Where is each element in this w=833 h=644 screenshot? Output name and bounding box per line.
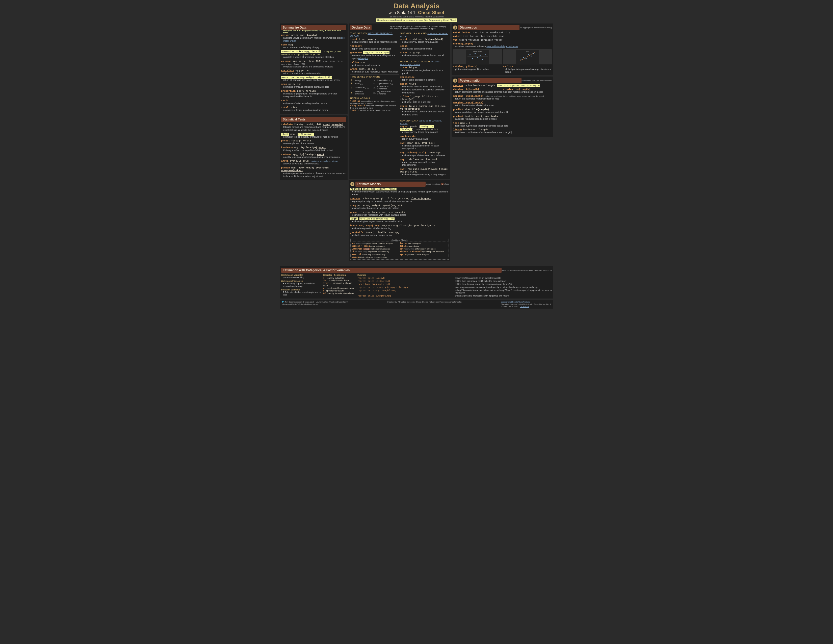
- cmd-display-se: display _se[length]: [503, 88, 552, 91]
- cmd-predict-sample: predict what if e(sample) create predict…: [453, 108, 552, 114]
- survival-header: Survival Analysis webuse drugtr, clear: [400, 32, 449, 37]
- postestimation-note: commands that use a fitted model: [521, 80, 552, 82]
- cmd-rreg: rreg price mpg weight, genwt(reg_wt) est…: [351, 204, 449, 210]
- cmd-probit: probit foreign turn price, vce(robust) e…: [351, 211, 449, 217]
- cmd-lincom: lincom headroom - length test linear com…: [453, 128, 552, 134]
- summarize-section: Summarize Data Examples use auto.dta (sy…: [280, 24, 347, 114]
- statistical-tests-section: Statistical Tests tabulate foreign rep78…: [280, 116, 347, 180]
- examples-col: Example regress price i.rep78 specify re…: [357, 274, 552, 297]
- cmd-stem: stem mpg return stem-and-leaf display of…: [281, 43, 346, 49]
- diagnostics-header: Diagnostics: [458, 25, 519, 30]
- cmd-dfbeta: dfbeta(length) calculate measure of infl…: [453, 42, 552, 48]
- svg-point-13: [523, 57, 524, 58]
- declare-data-header: Declare Data: [351, 25, 372, 30]
- postestimation-header: Postestimation: [458, 78, 521, 83]
- svg-point-5: [474, 53, 476, 54]
- cmd-test-mpg: test mpg = 0 test linear hypotheses that…: [453, 122, 552, 127]
- cmd-pwmean: pwmean mpg, over(rep78) pveffects mcompa…: [281, 166, 346, 178]
- cmd-vif: vif report variance inflation factor: [453, 39, 552, 42]
- cmd-margins-eyex: margins, eyex(length) return the estimat…: [453, 101, 552, 107]
- cmd-xtreg: xtreg ln_w c.age##c.age ttl_exp, fe vce(…: [400, 105, 449, 116]
- cmd-mean: mean price mpg estimates of means, inclu…: [281, 83, 346, 89]
- cmd-tabulate: tabulate foreign rep78, chi2 exact expec…: [281, 123, 346, 132]
- cmd-correlate: correlate mpg price return correlation o…: [281, 69, 346, 75]
- diagnostics-badge: 2: [453, 26, 457, 29]
- svg-point-8: [482, 59, 483, 60]
- estimate-badge: 1: [351, 182, 354, 186]
- cmd-display-b: display _b[length]: [453, 88, 502, 91]
- panel-header: Panel / Longitudinal webuse nlswork, cle…: [400, 60, 449, 66]
- factor-note: more details at http://www.stata.com/man…: [502, 269, 552, 272]
- cmd-anova: anova systolic drug webuse systolic, cle…: [281, 159, 346, 166]
- cmd-margins-dydx: margins, dydx(length) returns e-class in…: [453, 95, 552, 100]
- svg-point-16: [531, 56, 532, 56]
- cmd-svy-mean: svy: mean age, over(sex) estimate a popu…: [400, 142, 449, 150]
- avplots-chart: mpg: [516, 50, 539, 64]
- add-model-pca: pca built-in Stata principal components …: [352, 242, 399, 245]
- cmd-ovtest: ovtest test for omitted variable bias: [453, 35, 552, 38]
- footer-right: geocenter.github.io/StataTraining Discla…: [501, 301, 551, 308]
- cmd-xtsum: xtsum hours summarize hours worked, deco…: [400, 82, 449, 94]
- cmd-proportion: proportion rep78 foreign estimates of pr…: [281, 90, 346, 98]
- cmd-stsum: stsum summarize survival-time data: [400, 45, 449, 50]
- statistical-tests-header: Statistical Tests: [281, 117, 346, 122]
- cmd-jacknife: jackknife r(mean), double: sum mpg jackn…: [351, 231, 449, 237]
- add-model-tobit: tobit censored data: [400, 245, 447, 247]
- declare-data-section: Declare Data By declaring data type, you…: [349, 24, 450, 179]
- cmd-svy-subpop: svy, subpop(rural): mean age estimate a …: [400, 151, 449, 157]
- cmd-estat-hettest: estat hettest test for heteroskedasticit…: [453, 31, 552, 34]
- add-model-psmatch: psmatch2 propensity score matching: [352, 253, 399, 256]
- postestimation-section: 3 Postestimation commands that use a fit…: [452, 77, 553, 137]
- cmd-logit: logit foreign headroom mpg, or estimate …: [351, 217, 449, 223]
- cmd-regress-cluster: regress price mpg weight if foreign == 0…: [351, 197, 449, 203]
- svg-point-4: [472, 58, 473, 59]
- estimate-note: stores results as e-class: [426, 183, 449, 185]
- header: Data Analysis with Stata 14.1 Cheat Shee…: [280, 2, 553, 22]
- add-models-header: Additional Models: [352, 239, 448, 242]
- postestimation-badge: 3: [453, 79, 457, 82]
- svg-point-3: [470, 54, 471, 55]
- add-model-rd: rd ssc install ivreg2 regression discont…: [352, 251, 399, 253]
- addins-header: Useful Add-Ins: [351, 97, 399, 100]
- diagnostics-section: 2 Diagnostics not appropriate after robu…: [452, 24, 553, 75]
- svg-text:mpg: mpg: [526, 50, 529, 52]
- cmd-stcox: stcox drug age estimate a cox proportion…: [400, 51, 449, 57]
- operators-col: Operator Description i. specify indicato…: [323, 274, 356, 297]
- cmd-bootstrap: bootstrap, reps(100): regress mpg /* wei…: [351, 224, 449, 230]
- cmd-svydescribe: svydescribe report survey data details: [400, 135, 449, 141]
- cmd-regress-main: regress price mpg weight, robust estimat…: [351, 188, 449, 196]
- survey-header: Survey Data webuse nhanes2b, clear: [400, 119, 449, 125]
- svg-point-15: [528, 54, 529, 55]
- diagnostics-note: not appropriate after robust cluster(): [519, 27, 552, 29]
- footer-center: inspired by RStudio's awesome Cheat Shee…: [388, 301, 462, 308]
- cmd-predict-resid: predict double resid, residuals calculat…: [453, 115, 552, 121]
- cmd-prtest: prtest foreign == 0.5 one-sample test of…: [281, 139, 346, 145]
- twitter-icon: 🐦: [282, 301, 284, 303]
- var-types: Continuous Variables ⊙ measure something…: [281, 274, 322, 297]
- svg-point-14: [526, 58, 527, 59]
- survey-subsection: Survey Data webuse nhanes2b, clear svyse…: [400, 118, 449, 177]
- time-series-subsection: Time Series webuse sunspot, clear tsset …: [351, 31, 399, 177]
- footer: 🐦 Tim Essam (tessam@usaid.gov) • Laura H…: [280, 300, 553, 309]
- svg-point-7: [479, 55, 481, 56]
- cmd-svy-reg: svy: reg zinc c.age##c.age female weight…: [400, 168, 449, 176]
- ts-operators-table: L.lag xt-1L2.2-period lag xt-2 F.lead xt…: [351, 79, 399, 95]
- cmd-xtdescribe: xtdescribe report panel aspects of a dat…: [400, 76, 449, 82]
- add-model-xtabond: xtabond • xtabond2 dynamic panel estimat…: [400, 251, 447, 253]
- cmd-summarize: summarize price mpg, detail — frequently…: [281, 50, 346, 59]
- add-model-ivregress: ivregress ivreg2 instrumental variables: [352, 248, 399, 250]
- cmd-ci: ci mean mpg price, level(99) — for Stata…: [281, 60, 346, 68]
- results-note: Results are stored as either e-class or …: [376, 18, 457, 22]
- footer-left: 🐦 Tim Essam (tessam@usaid.gov) • Laura H…: [282, 301, 348, 308]
- page: Data Analysis with Stata 14.1 Cheat Shee…: [278, 0, 555, 311]
- cmd-ksmirnov: ksmirnov mpg, by(foreign) exact Kolmogor…: [281, 146, 346, 152]
- cmd-ranksum: ranksum mpg, by(foreign) exact equality …: [281, 153, 346, 159]
- rvfplot-chart: Fitted values: [466, 50, 489, 64]
- cmd-svy-tabulate: svy: tabulate sex heartatk report two-wa…: [400, 158, 449, 167]
- cmd-ratio: ratio estimates of ratio, including stan…: [281, 99, 346, 105]
- cmd-regress-post: regress price headroom length Used in al…: [453, 84, 552, 87]
- cmd-tsline: tsline spot plot time series of sunspots: [351, 61, 399, 67]
- summarize-header: Summarize Data Examples use auto.dta (sy…: [281, 25, 346, 30]
- cmd-stset: stset studytime, failure(died) declare s…: [400, 38, 449, 44]
- add-model-factor: factor factor analysis: [400, 242, 447, 245]
